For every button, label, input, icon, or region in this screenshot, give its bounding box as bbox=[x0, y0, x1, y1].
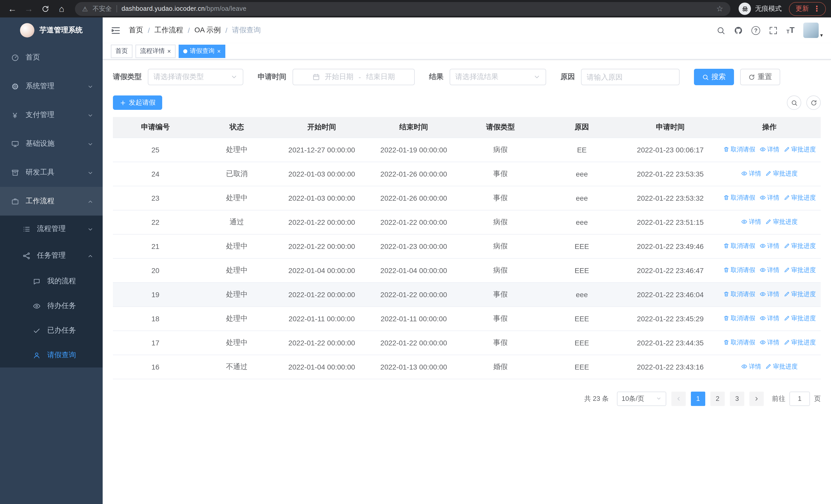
address-bar[interactable]: ⚠ 不安全 dashboard.yudao.iocoder.cn/bpm/oa/… bbox=[75, 2, 730, 16]
table-row[interactable]: 22 通过 2022-01-22 00:00:00 2022-01-22 00:… bbox=[113, 210, 821, 234]
bookmark-star-icon[interactable]: ☆ bbox=[716, 4, 723, 13]
address-divider bbox=[116, 5, 117, 12]
sidebar-item-process-mgmt[interactable]: 流程管理 bbox=[0, 215, 103, 242]
approval-progress-link[interactable]: 审批进度 bbox=[783, 194, 816, 202]
detail-link[interactable]: 详情 bbox=[760, 338, 779, 347]
page-size-select[interactable]: 10条/页 bbox=[617, 391, 666, 406]
sidebar-item-home[interactable]: 首页 bbox=[0, 43, 103, 72]
reset-button[interactable]: 重置 bbox=[740, 69, 780, 85]
cancel-leave-link[interactable]: 取消请假 bbox=[723, 338, 755, 347]
page-button-2[interactable]: 2 bbox=[710, 391, 725, 406]
sidebar-item-task-mgmt[interactable]: 任务管理 bbox=[0, 242, 103, 269]
approval-progress-link[interactable]: 审批进度 bbox=[783, 290, 816, 299]
page-button-3[interactable]: 3 bbox=[730, 391, 744, 406]
sidebar-toggle-button[interactable] bbox=[111, 25, 121, 35]
browser-back-button[interactable]: ← bbox=[5, 2, 20, 16]
chevron-right-icon bbox=[753, 395, 760, 402]
table-row[interactable]: 24 已取消 2022-01-03 00:00:00 2022-01-26 00… bbox=[113, 162, 821, 186]
search-button[interactable]: 搜索 bbox=[694, 69, 734, 85]
detail-link[interactable]: 详情 bbox=[741, 169, 761, 178]
search-button-label: 搜索 bbox=[711, 72, 726, 82]
cell-leave-type: 事假 bbox=[460, 186, 541, 210]
table-row[interactable]: 18 处理中 2022-01-11 00:00:00 2022-01-11 00… bbox=[113, 306, 821, 330]
table-row[interactable]: 25 处理中 2021-12-27 00:00:00 2022-01-19 00… bbox=[113, 138, 821, 162]
approval-progress-link[interactable]: 审批进度 bbox=[783, 242, 816, 250]
apply-time-range-picker[interactable]: 开始日期 - 结束日期 bbox=[292, 69, 415, 85]
breadcrumb-item[interactable]: 首页 bbox=[129, 26, 143, 35]
result-select[interactable]: 请选择流结果 bbox=[450, 69, 546, 85]
kebab-menu-icon[interactable]: ⋮ bbox=[813, 4, 821, 13]
fullscreen-icon[interactable] bbox=[769, 26, 778, 35]
avatar[interactable] bbox=[803, 23, 819, 38]
sidebar-item-system[interactable]: 系统管理 bbox=[0, 72, 103, 100]
close-tab-icon[interactable]: × bbox=[217, 48, 221, 54]
cancel-leave-link[interactable]: 取消请假 bbox=[723, 145, 755, 154]
detail-link[interactable]: 详情 bbox=[760, 266, 779, 274]
github-icon[interactable] bbox=[734, 26, 743, 35]
page-button-1[interactable]: 1 bbox=[691, 391, 705, 406]
create-leave-button[interactable]: 发起请假 bbox=[113, 95, 162, 110]
sidebar-item-leave-query[interactable]: 请假查询 bbox=[0, 343, 103, 367]
cancel-leave-link[interactable]: 取消请假 bbox=[723, 314, 755, 323]
detail-link[interactable]: 详情 bbox=[760, 194, 779, 202]
cell-actions: 取消请假 详情 审批进度 bbox=[718, 258, 821, 282]
cancel-leave-link[interactable]: 取消请假 bbox=[723, 290, 755, 299]
table-row[interactable]: 23 处理中 2022-01-03 00:00:00 2022-01-26 00… bbox=[113, 186, 821, 210]
browser-update-button[interactable]: 更新 ⋮ bbox=[789, 2, 826, 16]
sidebar-item-payment[interactable]: ¥ 支付管理 bbox=[0, 100, 103, 129]
leave-type-select[interactable]: 请选择请假类型 bbox=[148, 69, 243, 85]
sidebar-item-workflow[interactable]: 工作流程 bbox=[0, 187, 103, 215]
browser-home-button[interactable]: ⌂ bbox=[54, 2, 69, 16]
approval-progress-link[interactable]: 审批进度 bbox=[783, 145, 816, 154]
approval-progress-link[interactable]: 审批进度 bbox=[783, 314, 816, 323]
sidebar-item-my-process[interactable]: 我的流程 bbox=[0, 269, 103, 294]
sidebar-item-label: 已办任务 bbox=[47, 326, 76, 335]
goto-page-input[interactable] bbox=[790, 391, 810, 406]
cancel-leave-link[interactable]: 取消请假 bbox=[723, 266, 755, 274]
create-leave-label: 发起请假 bbox=[129, 98, 155, 107]
toggle-search-button[interactable] bbox=[787, 95, 801, 110]
font-size-icon[interactable]: TT bbox=[786, 26, 795, 34]
browser-refresh-button[interactable] bbox=[38, 2, 52, 16]
approval-progress-link[interactable]: 审批进度 bbox=[783, 338, 816, 347]
detail-link[interactable]: 详情 bbox=[760, 314, 779, 323]
table-row[interactable]: 16 不通过 2022-01-04 00:00:00 2022-01-13 00… bbox=[113, 355, 821, 379]
browser-forward-button[interactable]: → bbox=[22, 2, 36, 16]
table-row[interactable]: 19 处理中 2022-01-22 00:00:00 2022-01-22 00… bbox=[113, 282, 821, 306]
user-menu[interactable]: ▾ bbox=[803, 23, 823, 38]
detail-link[interactable]: 详情 bbox=[760, 145, 779, 154]
security-label[interactable]: 不安全 bbox=[92, 4, 112, 13]
sidebar-item-done-tasks[interactable]: 已办任务 bbox=[0, 318, 103, 343]
table-row[interactable]: 20 处理中 2022-01-04 00:00:00 2022-01-04 00… bbox=[113, 258, 821, 282]
sidebar-item-infrastructure[interactable]: 基础设施 bbox=[0, 129, 103, 158]
detail-link[interactable]: 详情 bbox=[760, 290, 779, 299]
logo[interactable]: 芋道管理系统 bbox=[0, 18, 103, 43]
next-page-button[interactable] bbox=[749, 391, 764, 406]
tab-home[interactable]: 首页 bbox=[111, 45, 133, 58]
detail-link[interactable]: 详情 bbox=[741, 217, 761, 226]
sidebar-item-devtools[interactable]: 研发工具 bbox=[0, 158, 103, 187]
approval-progress-link[interactable]: 审批进度 bbox=[783, 266, 816, 274]
tab-process-detail[interactable]: 流程详情 × bbox=[136, 45, 175, 58]
cancel-leave-link[interactable]: 取消请假 bbox=[723, 242, 755, 250]
breadcrumb-item[interactable]: 工作流程 bbox=[154, 26, 183, 35]
eye-icon bbox=[760, 195, 766, 201]
detail-link[interactable]: 详情 bbox=[760, 242, 779, 250]
help-icon[interactable]: ? bbox=[751, 26, 760, 35]
reason-input[interactable] bbox=[581, 69, 680, 85]
approval-progress-link[interactable]: 审批进度 bbox=[765, 217, 798, 226]
table-row[interactable]: 21 处理中 2022-01-22 00:00:00 2022-01-23 00… bbox=[113, 234, 821, 258]
refresh-table-button[interactable] bbox=[806, 95, 821, 110]
detail-link[interactable]: 详情 bbox=[741, 362, 761, 371]
close-tab-icon[interactable]: × bbox=[167, 48, 171, 54]
approval-progress-link[interactable]: 审批进度 bbox=[765, 169, 798, 178]
tab-leave-query[interactable]: 请假查询 × bbox=[179, 45, 225, 58]
approval-progress-link[interactable]: 审批进度 bbox=[765, 362, 798, 371]
cancel-leave-link[interactable]: 取消请假 bbox=[723, 194, 755, 202]
breadcrumb-item[interactable]: OA 示例 bbox=[195, 26, 221, 35]
cell-start-time: 2022-01-22 00:00:00 bbox=[276, 210, 368, 234]
sidebar-item-todo-tasks[interactable]: 待办任务 bbox=[0, 294, 103, 318]
prev-page-button[interactable] bbox=[671, 391, 686, 406]
table-row[interactable]: 17 处理中 2022-01-22 00:00:00 2022-01-22 00… bbox=[113, 330, 821, 355]
search-icon[interactable] bbox=[717, 26, 725, 35]
